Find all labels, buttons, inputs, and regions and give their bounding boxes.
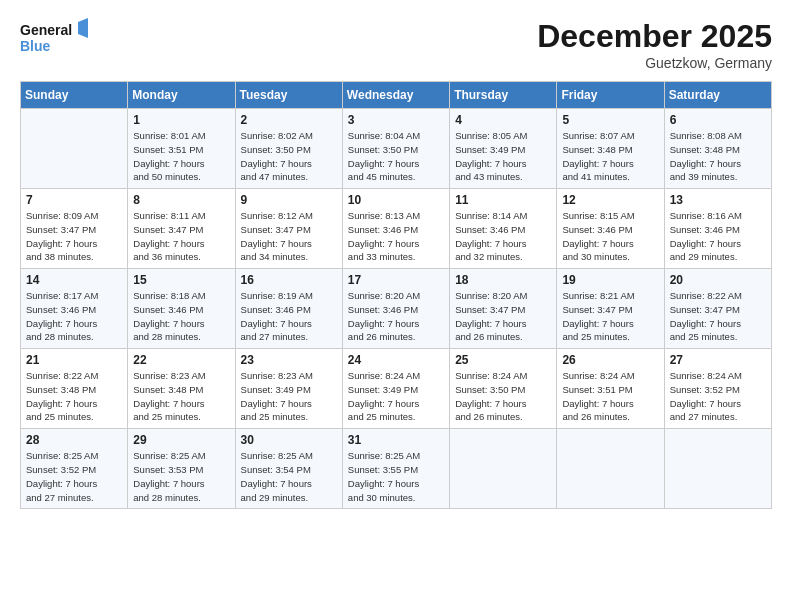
day-number: 2 xyxy=(241,113,337,127)
cell-w5-d4 xyxy=(450,429,557,509)
cell-w4-d3: 24Sunrise: 8:24 AMSunset: 3:49 PMDayligh… xyxy=(342,349,449,429)
day-number: 5 xyxy=(562,113,658,127)
cell-w4-d1: 22Sunrise: 8:23 AMSunset: 3:48 PMDayligh… xyxy=(128,349,235,429)
day-info: Sunrise: 8:25 AMSunset: 3:54 PMDaylight:… xyxy=(241,449,337,504)
header-tuesday: Tuesday xyxy=(235,82,342,109)
cell-w4-d6: 27Sunrise: 8:24 AMSunset: 3:52 PMDayligh… xyxy=(664,349,771,429)
day-number: 15 xyxy=(133,273,229,287)
day-number: 10 xyxy=(348,193,444,207)
calendar-table: SundayMondayTuesdayWednesdayThursdayFrid… xyxy=(20,81,772,509)
day-number: 22 xyxy=(133,353,229,367)
cell-w5-d5 xyxy=(557,429,664,509)
cell-w3-d6: 20Sunrise: 8:22 AMSunset: 3:47 PMDayligh… xyxy=(664,269,771,349)
day-info: Sunrise: 8:02 AMSunset: 3:50 PMDaylight:… xyxy=(241,129,337,184)
day-info: Sunrise: 8:05 AMSunset: 3:49 PMDaylight:… xyxy=(455,129,551,184)
cell-w5-d1: 29Sunrise: 8:25 AMSunset: 3:53 PMDayligh… xyxy=(128,429,235,509)
day-info: Sunrise: 8:22 AMSunset: 3:48 PMDaylight:… xyxy=(26,369,122,424)
cell-w1-d1: 1Sunrise: 8:01 AMSunset: 3:51 PMDaylight… xyxy=(128,109,235,189)
week-row-2: 7Sunrise: 8:09 AMSunset: 3:47 PMDaylight… xyxy=(21,189,772,269)
cell-w2-d4: 11Sunrise: 8:14 AMSunset: 3:46 PMDayligh… xyxy=(450,189,557,269)
cell-w2-d0: 7Sunrise: 8:09 AMSunset: 3:47 PMDaylight… xyxy=(21,189,128,269)
day-info: Sunrise: 8:24 AMSunset: 3:50 PMDaylight:… xyxy=(455,369,551,424)
cell-w4-d2: 23Sunrise: 8:23 AMSunset: 3:49 PMDayligh… xyxy=(235,349,342,429)
day-number: 13 xyxy=(670,193,766,207)
cell-w2-d3: 10Sunrise: 8:13 AMSunset: 3:46 PMDayligh… xyxy=(342,189,449,269)
day-info: Sunrise: 8:01 AMSunset: 3:51 PMDaylight:… xyxy=(133,129,229,184)
cell-w3-d3: 17Sunrise: 8:20 AMSunset: 3:46 PMDayligh… xyxy=(342,269,449,349)
week-row-1: 1Sunrise: 8:01 AMSunset: 3:51 PMDaylight… xyxy=(21,109,772,189)
logo-svg: General Blue xyxy=(20,18,88,56)
day-info: Sunrise: 8:25 AMSunset: 3:55 PMDaylight:… xyxy=(348,449,444,504)
header-wednesday: Wednesday xyxy=(342,82,449,109)
day-info: Sunrise: 8:08 AMSunset: 3:48 PMDaylight:… xyxy=(670,129,766,184)
day-number: 12 xyxy=(562,193,658,207)
cell-w5-d2: 30Sunrise: 8:25 AMSunset: 3:54 PMDayligh… xyxy=(235,429,342,509)
day-info: Sunrise: 8:04 AMSunset: 3:50 PMDaylight:… xyxy=(348,129,444,184)
day-number: 24 xyxy=(348,353,444,367)
day-number: 9 xyxy=(241,193,337,207)
cell-w2-d5: 12Sunrise: 8:15 AMSunset: 3:46 PMDayligh… xyxy=(557,189,664,269)
cell-w5-d3: 31Sunrise: 8:25 AMSunset: 3:55 PMDayligh… xyxy=(342,429,449,509)
day-info: Sunrise: 8:09 AMSunset: 3:47 PMDaylight:… xyxy=(26,209,122,264)
day-info: Sunrise: 8:13 AMSunset: 3:46 PMDaylight:… xyxy=(348,209,444,264)
day-info: Sunrise: 8:19 AMSunset: 3:46 PMDaylight:… xyxy=(241,289,337,344)
day-info: Sunrise: 8:20 AMSunset: 3:47 PMDaylight:… xyxy=(455,289,551,344)
day-number: 17 xyxy=(348,273,444,287)
header: General Blue December 2025 Guetzkow, Ger… xyxy=(20,18,772,71)
day-number: 7 xyxy=(26,193,122,207)
day-info: Sunrise: 8:25 AMSunset: 3:53 PMDaylight:… xyxy=(133,449,229,504)
day-info: Sunrise: 8:16 AMSunset: 3:46 PMDaylight:… xyxy=(670,209,766,264)
cell-w1-d5: 5Sunrise: 8:07 AMSunset: 3:48 PMDaylight… xyxy=(557,109,664,189)
logo: General Blue xyxy=(20,18,88,56)
day-number: 25 xyxy=(455,353,551,367)
day-info: Sunrise: 8:23 AMSunset: 3:49 PMDaylight:… xyxy=(241,369,337,424)
svg-text:Blue: Blue xyxy=(20,38,51,54)
header-monday: Monday xyxy=(128,82,235,109)
header-sunday: Sunday xyxy=(21,82,128,109)
header-row: SundayMondayTuesdayWednesdayThursdayFrid… xyxy=(21,82,772,109)
cell-w3-d0: 14Sunrise: 8:17 AMSunset: 3:46 PMDayligh… xyxy=(21,269,128,349)
day-info: Sunrise: 8:07 AMSunset: 3:48 PMDaylight:… xyxy=(562,129,658,184)
page: General Blue December 2025 Guetzkow, Ger… xyxy=(0,0,792,612)
title-block: December 2025 Guetzkow, Germany xyxy=(537,18,772,71)
cell-w3-d2: 16Sunrise: 8:19 AMSunset: 3:46 PMDayligh… xyxy=(235,269,342,349)
day-info: Sunrise: 8:15 AMSunset: 3:46 PMDaylight:… xyxy=(562,209,658,264)
day-number: 11 xyxy=(455,193,551,207)
day-info: Sunrise: 8:17 AMSunset: 3:46 PMDaylight:… xyxy=(26,289,122,344)
day-number: 3 xyxy=(348,113,444,127)
day-info: Sunrise: 8:20 AMSunset: 3:46 PMDaylight:… xyxy=(348,289,444,344)
cell-w4-d5: 26Sunrise: 8:24 AMSunset: 3:51 PMDayligh… xyxy=(557,349,664,429)
cell-w1-d6: 6Sunrise: 8:08 AMSunset: 3:48 PMDaylight… xyxy=(664,109,771,189)
day-info: Sunrise: 8:18 AMSunset: 3:46 PMDaylight:… xyxy=(133,289,229,344)
day-number: 23 xyxy=(241,353,337,367)
header-friday: Friday xyxy=(557,82,664,109)
day-info: Sunrise: 8:22 AMSunset: 3:47 PMDaylight:… xyxy=(670,289,766,344)
day-number: 8 xyxy=(133,193,229,207)
day-number: 6 xyxy=(670,113,766,127)
cell-w4-d0: 21Sunrise: 8:22 AMSunset: 3:48 PMDayligh… xyxy=(21,349,128,429)
day-info: Sunrise: 8:14 AMSunset: 3:46 PMDaylight:… xyxy=(455,209,551,264)
cell-w3-d4: 18Sunrise: 8:20 AMSunset: 3:47 PMDayligh… xyxy=(450,269,557,349)
day-number: 20 xyxy=(670,273,766,287)
day-info: Sunrise: 8:21 AMSunset: 3:47 PMDaylight:… xyxy=(562,289,658,344)
day-info: Sunrise: 8:24 AMSunset: 3:51 PMDaylight:… xyxy=(562,369,658,424)
cell-w4-d4: 25Sunrise: 8:24 AMSunset: 3:50 PMDayligh… xyxy=(450,349,557,429)
day-info: Sunrise: 8:24 AMSunset: 3:52 PMDaylight:… xyxy=(670,369,766,424)
cell-w1-d0 xyxy=(21,109,128,189)
week-row-4: 21Sunrise: 8:22 AMSunset: 3:48 PMDayligh… xyxy=(21,349,772,429)
svg-marker-2 xyxy=(78,18,88,38)
header-saturday: Saturday xyxy=(664,82,771,109)
day-number: 4 xyxy=(455,113,551,127)
week-row-5: 28Sunrise: 8:25 AMSunset: 3:52 PMDayligh… xyxy=(21,429,772,509)
day-number: 28 xyxy=(26,433,122,447)
day-info: Sunrise: 8:11 AMSunset: 3:47 PMDaylight:… xyxy=(133,209,229,264)
day-info: Sunrise: 8:24 AMSunset: 3:49 PMDaylight:… xyxy=(348,369,444,424)
cell-w5-d6 xyxy=(664,429,771,509)
day-number: 21 xyxy=(26,353,122,367)
day-number: 31 xyxy=(348,433,444,447)
day-number: 14 xyxy=(26,273,122,287)
day-number: 18 xyxy=(455,273,551,287)
day-number: 30 xyxy=(241,433,337,447)
month-title: December 2025 xyxy=(537,18,772,55)
day-number: 29 xyxy=(133,433,229,447)
